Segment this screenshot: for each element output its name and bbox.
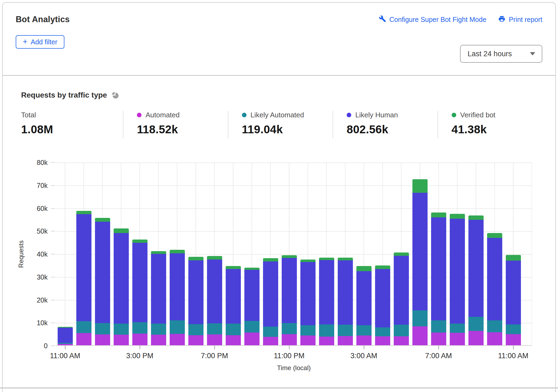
y-tick-mark xyxy=(51,323,55,323)
bar-segment-likely-automated xyxy=(487,320,502,332)
bar-segment-automated xyxy=(151,335,166,345)
stacked-bar-4[interactable] xyxy=(132,240,147,345)
add-filter-label: Add filter xyxy=(31,38,58,46)
bar-segment-verified-bot xyxy=(450,214,465,219)
add-filter-button[interactable]: + Add filter xyxy=(16,35,64,49)
x-tick-label: 7:00 AM xyxy=(425,352,452,360)
stacked-bar-9[interactable] xyxy=(226,266,241,345)
bar-segment-likely-human xyxy=(76,214,91,321)
bar-group-3-00-am-16 xyxy=(355,162,373,345)
stacked-bar-8[interactable] xyxy=(207,256,222,345)
bar-segment-automated xyxy=(450,333,465,345)
stacked-bar-18[interactable] xyxy=(394,253,409,345)
stacked-bar-1[interactable] xyxy=(76,211,91,345)
stacked-bar-19[interactable] xyxy=(412,179,428,345)
stacked-bar-0[interactable] xyxy=(58,327,73,345)
bar-group-1-00-am-14 xyxy=(317,162,336,345)
stacked-bar-3[interactable] xyxy=(114,228,129,345)
stacked-bar-2[interactable] xyxy=(95,218,110,345)
bar-segment-verified-bot xyxy=(95,218,110,222)
bar-group-5-00-pm-6 xyxy=(168,162,186,345)
bar-segment-likely-human xyxy=(132,243,147,322)
print-report-link[interactable]: Print report xyxy=(498,15,542,24)
bar-segment-likely-automated xyxy=(76,321,91,333)
time-range-dropdown[interactable]: Last 24 hours xyxy=(460,45,542,63)
stat-label: Automated xyxy=(146,111,180,119)
stacked-bar-22[interactable] xyxy=(468,215,484,345)
bar-segment-automated xyxy=(375,336,390,345)
stacked-bar-24[interactable] xyxy=(506,255,521,345)
stacked-bar-16[interactable] xyxy=(356,266,372,345)
stacked-bar-6[interactable] xyxy=(170,250,185,345)
bar-segment-likely-automated xyxy=(151,324,166,335)
stacked-bar-20[interactable] xyxy=(431,212,446,345)
bar-segment-automated xyxy=(356,335,372,345)
stacked-bar-14[interactable] xyxy=(319,258,334,345)
bar-segment-likely-human xyxy=(207,260,222,323)
stacked-bar-15[interactable] xyxy=(338,258,353,345)
bot-analytics-card: Bot Analytics Configure Super Bot Fight … xyxy=(2,2,556,392)
section-bottom-divider xyxy=(0,387,558,388)
stacked-bar-21[interactable] xyxy=(450,214,465,345)
chevron-down-icon xyxy=(530,52,535,55)
verified-bot-legend-dot-icon xyxy=(452,113,456,117)
bar-segment-likely-automated xyxy=(394,325,409,336)
bar-segment-automated xyxy=(76,333,91,345)
bar-group-11-00-am-0 xyxy=(56,162,74,345)
configure-super-bot-fight-mode-link[interactable]: Configure Super Bot Fight Mode xyxy=(379,15,487,24)
stacked-bar-13[interactable] xyxy=(300,260,316,345)
bar-segment-likely-human xyxy=(450,219,465,324)
bar-segment-likely-human xyxy=(188,260,203,324)
bar-segment-verified-bot xyxy=(170,250,185,254)
bar-segment-verified-bot xyxy=(188,257,203,260)
bar-group-9-00-am-22 xyxy=(467,162,485,345)
bar-segment-verified-bot xyxy=(468,215,484,220)
x-tick-label: 11:00 AM xyxy=(50,352,80,360)
stacked-bar-11[interactable] xyxy=(263,258,278,345)
stat-label: Verified bot xyxy=(460,111,495,119)
bar-group-12-00-am-13 xyxy=(298,162,317,345)
bar-segment-likely-automated xyxy=(450,324,465,333)
bar-segment-automated xyxy=(132,334,147,345)
y-tick-mark xyxy=(51,346,55,346)
bar-segment-automated xyxy=(170,334,185,345)
pie-chart-icon[interactable] xyxy=(111,91,119,99)
bar-segment-automated xyxy=(188,335,203,345)
y-axis-title: Requests xyxy=(17,240,25,268)
bar-segment-automated xyxy=(506,334,521,345)
bar-group-6-00-am-19 xyxy=(411,162,429,345)
bar-segment-verified-bot xyxy=(394,253,409,256)
bar-segment-automated xyxy=(487,332,502,345)
bar-segment-verified-bot xyxy=(114,228,129,233)
y-tick-mark xyxy=(51,277,55,277)
stacked-bar-23[interactable] xyxy=(487,233,502,345)
configure-super-bot-fight-mode-label: Configure Super Bot Fight Mode xyxy=(389,16,487,24)
plus-icon: + xyxy=(23,38,28,46)
bar-group-10-00-am-23 xyxy=(485,162,504,345)
x-tick-mark xyxy=(364,346,364,349)
bar-group-9-00-pm-10 xyxy=(242,162,261,345)
stacked-bar-10[interactable] xyxy=(244,268,260,345)
y-tick-label: 20k xyxy=(37,296,48,304)
bar-group-12-00-pm-1 xyxy=(74,162,93,345)
bar-segment-verified-bot xyxy=(338,258,353,260)
bar-segment-likely-automated xyxy=(114,324,129,335)
stat-value: 802.56k xyxy=(347,123,438,136)
bar-segment-likely-automated xyxy=(375,327,390,336)
bar-segment-likely-automated xyxy=(300,325,316,335)
y-tick-mark xyxy=(51,208,55,209)
likely-automated-legend-dot-icon xyxy=(242,113,247,117)
requests-chart: Requests 010k20k30k40k50k60k70k80k xyxy=(16,162,542,346)
x-tick-mark xyxy=(214,346,215,349)
y-tick-mark xyxy=(51,300,55,300)
bar-segment-verified-bot xyxy=(412,179,428,192)
bar-group-2-00-pm-3 xyxy=(112,162,130,345)
stacked-bar-17[interactable] xyxy=(375,265,390,345)
bar-segment-likely-human xyxy=(356,271,372,325)
stacked-bar-7[interactable] xyxy=(188,257,203,345)
stacked-bar-12[interactable] xyxy=(282,255,297,345)
stat-value: 118.52k xyxy=(137,123,228,136)
stat-label: Likely Human xyxy=(355,111,398,119)
stacked-bar-5[interactable] xyxy=(151,251,166,345)
bar-group-2-00-am-15 xyxy=(336,162,355,345)
